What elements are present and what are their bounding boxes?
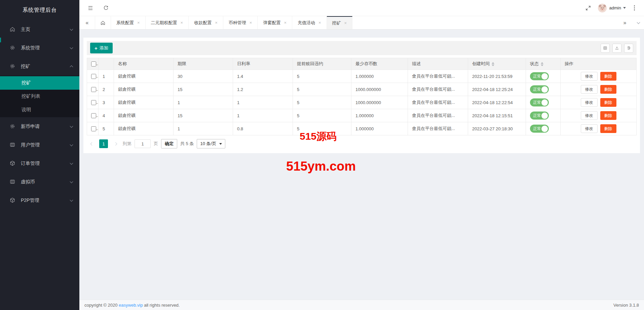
sidebar-item-system-manage[interactable]: 系统管理 (0, 39, 79, 57)
status-toggle[interactable]: 正常 (530, 72, 549, 80)
page-size-select[interactable]: 10 条/页 (197, 139, 225, 148)
sidebar-subitem-instructions[interactable]: 说明 (0, 103, 79, 117)
sort-icon[interactable] (492, 62, 494, 66)
app-root: 系统管理后台 主页系统管理挖矿挖矿挖矿列表说明新币申请用户管理订单管理虚拟币P2… (0, 0, 644, 310)
print-button[interactable] (624, 44, 633, 53)
tabs-collapse-button[interactable] (633, 16, 644, 29)
mining-gear-icon (9, 63, 16, 70)
confirm-button[interactable]: 确定 (161, 139, 177, 148)
refresh-icon (103, 5, 109, 11)
table-row: 5鎖倉挖礦10.851.000000會員在平台最低可鎖...2022-03-27… (87, 122, 637, 135)
daily-rate-cell: 1.4 (233, 70, 293, 83)
tabs-scroll-right-button[interactable]: » (617, 16, 633, 29)
sidebar-submenu-mining: 挖矿挖矿列表说明 (0, 76, 79, 117)
sidebar-item-new-coin-apply[interactable]: 新币申请 (0, 117, 79, 136)
delete-button[interactable]: 删除 (600, 111, 616, 120)
delete-button[interactable]: 删除 (600, 124, 616, 133)
row-checkbox[interactable] (91, 100, 96, 105)
edit-button[interactable]: 修改 (581, 85, 598, 94)
user-menu[interactable]: admin (598, 4, 626, 12)
created-at-cell: 2022-11-20 21:53:59 (468, 70, 526, 83)
fullscreen-button[interactable] (583, 3, 593, 13)
tab-label: 弹窗配置 (263, 20, 280, 26)
tab-payment-config[interactable]: 收款配置× (189, 16, 223, 29)
row-checkbox[interactable] (91, 74, 96, 79)
wallet-icon (9, 179, 16, 185)
tab-label: 收款配置 (194, 20, 212, 26)
row-checkbox[interactable] (91, 113, 96, 118)
actions-cell-wrap: 修改删除 (565, 124, 632, 133)
tabs-scroll-left-button[interactable]: « (79, 16, 95, 29)
tab-binary-option-config[interactable]: 二元期权配置× (146, 16, 189, 29)
chevron-down-icon (70, 143, 73, 146)
home-tab[interactable] (95, 16, 111, 29)
status-label: 正常 (533, 113, 541, 119)
menu-fold-button[interactable] (85, 3, 96, 13)
toggle-knob-icon (541, 99, 548, 106)
export-button[interactable] (612, 44, 621, 53)
close-icon[interactable]: × (344, 20, 347, 26)
actions-cell: 修改删除 (561, 70, 637, 83)
row-checkbox[interactable] (91, 87, 96, 92)
delete-button[interactable]: 删除 (600, 85, 616, 94)
column-header-label: 创建时间 (472, 61, 490, 66)
status-toggle[interactable]: 正常 (530, 98, 549, 106)
header-最少存币数: 最少存币数 (351, 58, 408, 70)
delete-button[interactable]: 删除 (600, 72, 616, 81)
status-toggle[interactable]: 正常 (530, 125, 549, 133)
tab-system-config[interactable]: 系统配置× (111, 16, 146, 29)
tab-popup-config[interactable]: 弹窗配置× (258, 16, 292, 29)
sidebar-item-order-manage[interactable]: 订单管理 (0, 154, 79, 173)
close-icon[interactable]: × (318, 20, 321, 25)
export-icon (615, 46, 619, 50)
sidebar-item-home[interactable]: 主页 (0, 20, 79, 39)
sidebar-item-virtual-coin[interactable]: 虚拟币 (0, 173, 79, 191)
tab-mining[interactable]: 挖矿× (327, 16, 353, 29)
edit-button[interactable]: 修改 (581, 111, 598, 120)
coin-gear-icon (9, 123, 16, 130)
column-header-label: 状态 (530, 61, 539, 66)
copyright-link[interactable]: easyweb.vip (119, 303, 143, 308)
tab-recharge-activity[interactable]: 充值活动× (292, 16, 327, 29)
status-toggle[interactable]: 正常 (530, 85, 549, 93)
sidebar-item-user-manage[interactable]: 用户管理 (0, 136, 79, 154)
sidebar-subitem-mining-list[interactable]: 挖矿列表 (0, 90, 79, 103)
delete-button[interactable]: 删除 (600, 98, 616, 107)
close-icon[interactable]: × (181, 20, 183, 25)
status-cell: 正常 (526, 70, 561, 83)
table-row: 1鎖倉挖礦301.451.000000會員在平台最低可鎖...2022-11-2… (87, 70, 637, 83)
status-cell: 正常 (526, 109, 561, 122)
sidebar-item-p2p-manage[interactable]: P2P管理 (0, 191, 79, 210)
columns-button[interactable] (601, 44, 610, 53)
close-icon[interactable]: × (284, 20, 287, 25)
close-icon[interactable]: × (137, 20, 140, 25)
sidebar-item-label: 用户管理 (21, 142, 40, 148)
refresh-button[interactable] (101, 3, 111, 13)
edit-button[interactable]: 修改 (581, 72, 598, 81)
checkbox-cell (87, 70, 99, 83)
select-all-checkbox[interactable] (91, 61, 96, 67)
row-checkbox[interactable] (91, 126, 96, 131)
sidebar-subitem-mining[interactable]: 挖矿 (0, 76, 79, 90)
goto-page-input[interactable] (135, 139, 151, 148)
index-cell: 5 (99, 122, 114, 135)
created-at-cell: 2022-03-27 20:18:30 (468, 122, 526, 135)
close-icon[interactable]: × (215, 20, 218, 25)
actions-cell-wrap: 修改删除 (565, 111, 632, 120)
copyright-prefix: copyright © 2020 (84, 303, 119, 308)
edit-button[interactable]: 修改 (581, 98, 598, 107)
close-icon[interactable]: × (250, 20, 252, 25)
prev-page-button[interactable] (87, 139, 96, 148)
add-button-label: 添加 (100, 45, 108, 51)
tab-coin-manage[interactable]: 币种管理× (223, 16, 258, 29)
page-number-button[interactable]: 1 (99, 139, 108, 148)
kebab-menu-icon[interactable] (631, 5, 638, 10)
description-cell: 會員在平台最低可鎖... (408, 83, 468, 96)
next-page-button[interactable] (111, 139, 120, 148)
sort-icon[interactable] (541, 62, 543, 66)
table-row: 2鎖倉挖礦151.251000.000000會員在平台最低可鎖...2022-0… (87, 83, 637, 96)
sidebar-item-mining[interactable]: 挖矿 (0, 57, 79, 76)
status-toggle[interactable]: 正常 (530, 112, 549, 120)
add-button[interactable]: + 添加 (90, 43, 113, 53)
edit-button[interactable]: 修改 (581, 124, 598, 133)
